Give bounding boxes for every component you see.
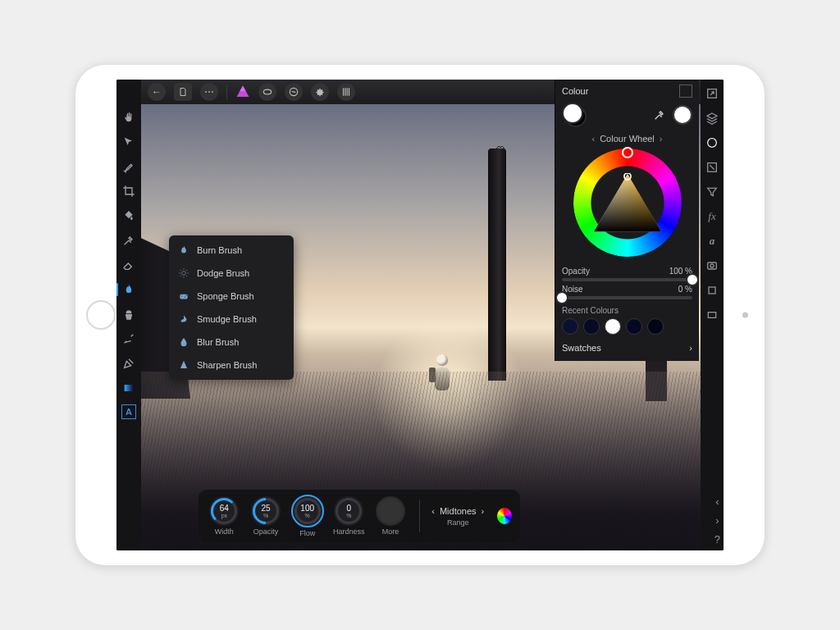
opacity-dial[interactable]: 25% Opacity [249,496,284,536]
text-studio-icon[interactable]: a [705,234,719,249]
context-separator [419,500,420,532]
clone-tool[interactable] [121,306,137,322]
dial-label: Flow [299,529,315,537]
blur-icon [177,336,190,349]
svg-point-5 [181,295,182,296]
brush-flyout: Burn Brush Dodge Brush Sponge Brush [169,235,294,380]
quick-colour-icon[interactable] [497,508,512,524]
flyout-smudge-brush[interactable]: Smudge Brush [169,308,294,331]
sponge-icon [177,290,190,303]
flow-dial[interactable]: 100% Flow [290,495,325,537]
chevron-left-icon[interactable]: ‹ [715,495,719,508]
colour-studio-icon[interactable] [705,135,719,150]
eraser-tool[interactable] [121,257,137,273]
recent-colour-swatch[interactable] [626,318,642,335]
range-label: Range [447,518,469,527]
picked-colour-swatch[interactable] [673,105,692,125]
adjustments-studio-icon[interactable] [705,160,719,175]
chevron-right-icon[interactable]: › [715,514,719,527]
flyout-item-label: Sponge Brush [197,291,254,301]
chevron-right-icon[interactable]: › [482,506,485,516]
develop-persona-icon[interactable] [311,83,329,101]
colour-mode-selector[interactable]: ‹ Colour Wheel › [562,134,692,144]
svg-rect-14 [708,262,717,269]
help-button[interactable]: ? [714,533,720,546]
burn-tool[interactable] [121,281,137,298]
flyout-sponge-brush[interactable]: Sponge Brush [169,285,294,308]
flyout-blur-brush[interactable]: Blur Brush [169,331,294,354]
svg-point-7 [185,295,186,296]
gradient-tool[interactable] [121,380,137,396]
dial-label: Hardness [333,527,365,536]
panel-title: Colour [562,86,588,96]
smudge-icon [177,313,190,326]
popout-icon[interactable] [705,86,719,101]
colour-wheel[interactable] [573,148,682,257]
recent-colours-label: Recent Colours [562,306,692,315]
ipad-camera [742,313,748,318]
dial-label: More [382,527,399,536]
chevron-right-icon[interactable]: › [689,343,692,353]
recent-colour-swatch[interactable] [583,318,600,335]
hand-tool[interactable] [121,109,137,126]
pen-tool[interactable] [121,355,137,372]
selection-persona-icon[interactable] [258,83,276,101]
recent-colour-swatch[interactable] [562,318,578,335]
paint-brush-tool[interactable] [121,158,137,175]
layers-studio-icon[interactable] [705,111,719,126]
hardness-dial[interactable]: 0% Hardness [331,496,367,536]
chevron-left-icon[interactable]: ‹ [592,134,596,144]
noise-slider[interactable]: Noise0 % [562,285,692,299]
back-button[interactable]: ← [148,83,166,101]
flyout-item-label: Burn Brush [197,245,242,255]
ipad-home-button[interactable] [86,300,116,330]
eyedropper-icon[interactable] [653,108,666,121]
dial-label: Opacity [253,527,279,536]
tone-map-persona-icon[interactable] [337,83,355,101]
recent-colours [562,318,692,335]
toolbar-divider [226,84,227,99]
hue-handle[interactable] [622,147,633,158]
colour-panel: Colour ‹ Colour Wheel [555,80,699,361]
flyout-dodge-brush[interactable]: Dodge Brush [169,262,294,285]
document-menu[interactable] [174,83,192,101]
more-dial[interactable]: More [373,496,409,536]
flood-fill-tool[interactable] [121,208,137,224]
colour-triangle[interactable] [594,173,661,232]
recent-colour-swatch[interactable] [647,318,664,335]
more-menu[interactable]: ⋯ [200,83,218,101]
panel-expand-icon[interactable] [679,84,692,98]
chevron-right-icon[interactable]: › [660,134,663,144]
chevron-left-icon[interactable]: ‹ [431,506,435,516]
text-tool[interactable]: A [121,404,136,419]
svg-point-3 [182,272,186,276]
flame-icon [177,244,190,257]
dial-label: Width [215,527,234,536]
crop-tool[interactable] [121,183,137,199]
flyout-burn-brush[interactable]: Burn Brush [169,239,294,262]
filters-studio-icon[interactable] [705,185,719,199]
navigator-studio-icon[interactable] [705,308,719,322]
transform-studio-icon[interactable] [705,283,719,298]
svg-point-1 [263,89,271,94]
swatches-label: Swatches [562,343,601,353]
width-dial[interactable]: 64px Width [207,496,242,536]
svg-rect-17 [708,313,715,318]
foreground-background-swatch[interactable] [562,103,587,127]
swatches-row[interactable]: Swatches › [562,343,692,353]
fx-studio-icon[interactable]: fx [705,209,719,224]
liquify-persona-icon[interactable] [285,83,303,101]
app-screen: A ← ⋯ [116,80,724,550]
tonal-range-selector[interactable]: ‹ Midtones › Range [431,506,484,527]
left-toolbar: A [116,80,141,550]
move-tool[interactable] [121,134,137,150]
retouch-tool[interactable] [121,331,137,347]
recent-colour-swatch[interactable] [605,318,621,335]
stock-studio-icon[interactable] [705,258,719,273]
flyout-sharpen-brush[interactable]: Sharpen Brush [169,354,294,377]
color-picker-tool[interactable] [121,232,137,249]
flyout-item-label: Smudge Brush [197,314,257,324]
opacity-slider[interactable]: Opacity100 % [562,267,692,281]
affinity-logo-icon[interactable] [235,84,250,99]
flyout-item-label: Blur Brush [197,337,239,347]
